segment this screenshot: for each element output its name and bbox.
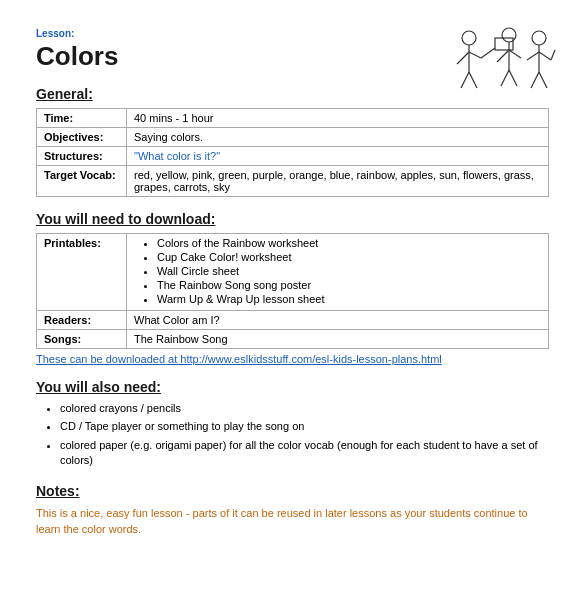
svg-line-13 xyxy=(509,70,517,86)
songs-value: The Rainbow Song xyxy=(127,330,549,349)
table-row: Printables: Colors of the Rainbow worksh… xyxy=(37,234,549,311)
table-row: Readers: What Color am I? xyxy=(37,311,549,330)
svg-line-5 xyxy=(469,72,477,88)
list-item: The Rainbow Song song poster xyxy=(157,279,541,291)
songs-label: Songs: xyxy=(37,330,127,349)
illustration xyxy=(447,20,557,100)
printables-list: Colors of the Rainbow worksheet Cup Cake… xyxy=(151,237,541,305)
readers-label: Readers: xyxy=(37,311,127,330)
page: Lesson: Colors General: Time: 40 mins - … xyxy=(0,0,585,590)
objectives-label: Objectives: xyxy=(37,128,127,147)
general-table: Time: 40 mins - 1 hour Objectives: Sayin… xyxy=(36,108,549,197)
time-value: 40 mins - 1 hour xyxy=(127,109,549,128)
list-item: Cup Cake Color! worksheet xyxy=(157,251,541,263)
svg-line-4 xyxy=(461,72,469,88)
printables-value: Colors of the Rainbow worksheet Cup Cake… xyxy=(127,234,549,311)
svg-line-16 xyxy=(527,52,539,60)
svg-line-3 xyxy=(469,52,481,58)
notes-heading: Notes: xyxy=(36,483,549,499)
list-item: Warm Up & Wrap Up lesson sheet xyxy=(157,293,541,305)
notes-text: This is a nice, easy fun lesson - parts … xyxy=(36,505,549,538)
download-heading: You will need to download: xyxy=(36,211,549,227)
svg-point-14 xyxy=(532,31,546,45)
table-row: Songs: The Rainbow Song xyxy=(37,330,549,349)
printables-label: Printables: xyxy=(37,234,127,311)
structures-label: Structures: xyxy=(37,147,127,166)
table-row: Objectives: Saying colors. xyxy=(37,128,549,147)
list-item: CD / Tape player or something to play th… xyxy=(60,419,549,434)
readers-value: What Color am I? xyxy=(127,311,549,330)
download-link[interactable]: These can be downloaded at http://www.es… xyxy=(36,353,549,365)
svg-line-17 xyxy=(539,52,551,60)
vocab-value: red, yellow, pink, green, purple, orange… xyxy=(127,166,549,197)
svg-point-8 xyxy=(502,28,516,42)
svg-point-0 xyxy=(462,31,476,45)
list-item: colored paper (e.g. origami paper) for a… xyxy=(60,438,549,469)
table-row: Time: 40 mins - 1 hour xyxy=(37,109,549,128)
also-need-heading: You will also need: xyxy=(36,379,549,395)
table-row: Target Vocab: red, yellow, pink, green, … xyxy=(37,166,549,197)
table-row: Structures: "What color is it?" xyxy=(37,147,549,166)
svg-line-2 xyxy=(457,52,469,64)
objectives-value: Saying colors. xyxy=(127,128,549,147)
list-item: Colors of the Rainbow worksheet xyxy=(157,237,541,249)
svg-line-12 xyxy=(501,70,509,86)
vocab-label: Target Vocab: xyxy=(37,166,127,197)
svg-line-20 xyxy=(551,50,555,60)
structures-value: "What color is it?" xyxy=(127,147,549,166)
list-item: colored crayons / pencils xyxy=(60,401,549,416)
download-table: Printables: Colors of the Rainbow worksh… xyxy=(36,233,549,349)
time-label: Time: xyxy=(37,109,127,128)
svg-line-19 xyxy=(539,72,547,88)
svg-line-6 xyxy=(481,48,495,58)
svg-line-11 xyxy=(509,50,521,58)
list-item: Wall Circle sheet xyxy=(157,265,541,277)
svg-line-10 xyxy=(497,50,509,62)
svg-line-18 xyxy=(531,72,539,88)
also-need-list: colored crayons / pencils CD / Tape play… xyxy=(54,401,549,469)
